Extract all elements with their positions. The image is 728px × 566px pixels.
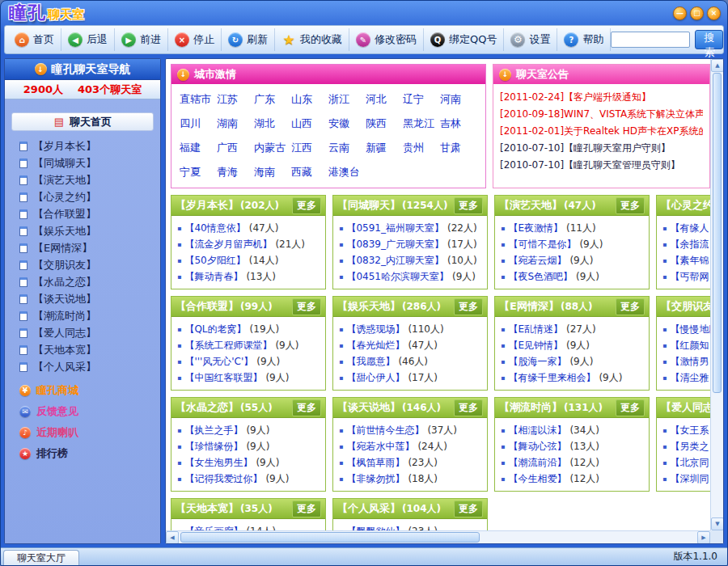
scroll-right-icon[interactable]: ▶ — [697, 531, 710, 544]
scroll-left-icon[interactable]: ◀ — [166, 531, 179, 544]
room-link[interactable]: 【舞动青春】 — [184, 270, 243, 284]
city-link[interactable]: 广东 — [254, 92, 291, 107]
more-button[interactable]: 更多 — [454, 197, 483, 214]
room-link[interactable]: 【飘飘欲仙】 — [346, 525, 404, 531]
room-link[interactable]: 【QL的老窝】 — [184, 323, 246, 336]
sidebar-category-item[interactable]: 【合作联盟】 — [5, 205, 160, 222]
more-button[interactable]: 更多 — [292, 399, 321, 416]
more-button[interactable]: 更多 — [292, 298, 321, 315]
room-link[interactable]: 【珍惜缘份】 — [184, 440, 243, 454]
announcement-link[interactable]: [2010-07-10]【瞳孔聊天室管理员守则】 — [500, 157, 703, 174]
search-room-button[interactable]: 搜索房间 — [695, 30, 723, 49]
room-link[interactable]: 【前世情今生恋】 — [346, 424, 424, 437]
room-link[interactable]: 【我愿意】 — [346, 355, 395, 369]
minimize-icon[interactable]: — — [673, 6, 687, 20]
room-link[interactable]: 【0451哈尔滨聊天室】 — [346, 270, 449, 284]
more-button[interactable]: 更多 — [616, 197, 645, 214]
scroll-down-icon[interactable]: ▼ — [711, 517, 724, 530]
sidebar-category-item[interactable]: 【娱乐天地】 — [5, 222, 160, 239]
room-link[interactable]: 【50夕阳红】 — [184, 254, 245, 268]
sidebar-category-item[interactable]: 【演艺天地】 — [5, 171, 160, 188]
room-link[interactable]: 【女生泡男生】 — [184, 456, 252, 470]
more-button[interactable]: 更多 — [292, 501, 321, 517]
card-title[interactable]: 【天地本宽】 — [176, 501, 239, 516]
card-title[interactable]: 【水晶之恋】 — [176, 400, 239, 415]
room-link[interactable]: 【执兰之手】 — [184, 424, 243, 437]
city-link[interactable]: 四川 — [180, 116, 217, 131]
vertical-scroll-thumb[interactable] — [713, 73, 722, 393]
city-link[interactable]: 贵州 — [403, 141, 440, 155]
sidebar-category-item[interactable]: 【E网情深】 — [5, 239, 160, 256]
horizontal-scroll-thumb[interactable] — [180, 532, 480, 543]
sidebar-item-mail[interactable]: ✉ 反馈意见 — [5, 401, 160, 422]
city-link[interactable]: 青海 — [217, 165, 254, 180]
city-link[interactable]: 湖南 — [217, 116, 254, 131]
card-title[interactable]: 【谈天说地】 — [337, 400, 400, 415]
room-link[interactable]: 【相濡以沫】 — [508, 424, 566, 437]
city-link[interactable]: 河北 — [366, 92, 403, 107]
announcement-link[interactable]: [2010-09-18]WIN7、VISTA系统下解决立体声混音 — [500, 106, 703, 123]
room-link[interactable]: 【夜S色酒吧】 — [508, 270, 573, 284]
close-icon[interactable]: × — [707, 6, 721, 20]
city-link[interactable]: 广西 — [217, 141, 254, 155]
more-button[interactable]: 更多 — [454, 399, 483, 416]
sidebar-category-item[interactable]: 【潮流时尚】 — [5, 307, 160, 324]
room-link[interactable]: 【40情意依】 — [184, 222, 245, 235]
room-link[interactable]: 【0832_内江聊天室】 — [346, 254, 444, 268]
sidebar-item-rank[interactable]: ★ 排行榜 — [5, 443, 160, 464]
city-link[interactable]: 山西 — [291, 116, 328, 131]
city-link[interactable]: 福建 — [180, 141, 217, 155]
city-link[interactable]: 湖北 — [254, 116, 291, 131]
toolbar-button-gear[interactable]: ⚙ 设置 — [504, 28, 557, 51]
horizontal-scrollbar[interactable]: ◀ ▶ — [166, 530, 710, 543]
room-link[interactable]: 【宛若云烟】 — [508, 254, 566, 268]
room-link[interactable]: 【枫笛草雨】 — [346, 456, 404, 470]
announcement-link[interactable]: [2010-07-10]【瞳孔聊天室用户守则】 — [500, 140, 703, 157]
city-link[interactable]: 云南 — [328, 141, 366, 155]
card-title[interactable]: 【个人风采】 — [337, 501, 400, 516]
toolbar-button-key[interactable]: ✎ 修改密码 — [349, 28, 424, 51]
more-button[interactable]: 更多 — [454, 298, 483, 315]
sidebar-category-item[interactable]: 【同城聊天】 — [5, 154, 160, 171]
toolbar-button-stop[interactable]: × 停止 — [168, 28, 222, 51]
room-link[interactable]: 【素年锦 — [670, 254, 709, 268]
sidebar-category-item[interactable]: 【天地本宽】 — [5, 341, 160, 358]
room-link[interactable]: 【春光灿烂】 — [346, 339, 404, 353]
city-link[interactable]: 宁夏 — [180, 165, 217, 180]
sidebar-category-item[interactable]: 【交朋识友】 — [5, 256, 160, 273]
room-link[interactable]: 【有缘千里来相会】 — [508, 371, 595, 385]
announcement-link[interactable]: [2011-02-24]【客户端升级通知】 — [500, 89, 703, 106]
room-link[interactable]: 【记得我爱过你】 — [184, 472, 262, 486]
room-link[interactable]: 【E乱情迷】 — [508, 323, 563, 336]
room-link[interactable]: 【E见钟情】 — [508, 339, 563, 353]
toolbar-button-qq[interactable]: Q 绑定QQ号 — [424, 28, 504, 51]
sidebar-category-item[interactable]: 【水晶之恋】 — [5, 273, 160, 290]
card-title[interactable]: 【潮流时尚】 — [499, 400, 562, 415]
city-link[interactable]: 浙江 — [328, 92, 366, 107]
card-title[interactable]: 【娱乐天地】 — [337, 299, 400, 314]
card-title[interactable]: 【交朋识友】 — [661, 299, 710, 314]
city-link[interactable]: 新疆 — [366, 141, 403, 155]
restore-icon[interactable]: □ — [690, 6, 704, 20]
room-link[interactable]: 【'''风无心'C'】 — [184, 355, 253, 369]
sidebar-category-item[interactable]: 【心灵之约】 — [5, 188, 160, 205]
search-input[interactable] — [611, 32, 690, 48]
card-title[interactable]: 【合作联盟】 — [176, 299, 239, 314]
city-link[interactable]: 江苏 — [217, 92, 254, 107]
city-link[interactable]: 黑龙江 — [403, 116, 440, 131]
room-link[interactable]: 【另类之 — [670, 440, 709, 454]
city-link[interactable]: 山东 — [291, 92, 328, 107]
toolbar-button-forward[interactable]: ▶ 前进 — [115, 28, 168, 51]
room-link[interactable]: 【可惜不是你】 — [508, 238, 576, 251]
room-link[interactable]: 【诱惑现场】 — [346, 323, 404, 336]
card-title[interactable]: 【演艺天地】 — [499, 198, 562, 213]
card-title[interactable]: 【岁月本长】 — [176, 198, 239, 213]
more-button[interactable]: 更多 — [292, 197, 321, 214]
city-link[interactable]: 直辖市 — [180, 92, 217, 107]
room-link[interactable]: 【丐帮网 — [670, 270, 709, 284]
city-link[interactable]: 甘肃 — [440, 141, 477, 155]
room-link[interactable]: 【E夜激情】 — [508, 222, 563, 235]
sidebar-category-item[interactable]: 【爱人同志】 — [5, 324, 160, 341]
room-link[interactable]: 【中国红客联盟】 — [184, 371, 262, 385]
status-tab[interactable]: 聊天室大厅 — [3, 550, 79, 565]
